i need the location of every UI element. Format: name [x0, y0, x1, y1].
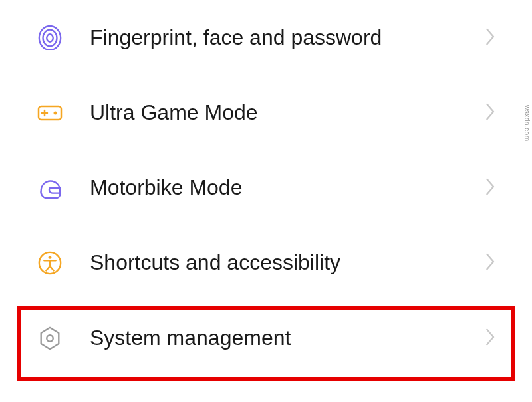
settings-item-shortcuts[interactable]: Shortcuts and accessibility	[0, 225, 532, 300]
svg-marker-13	[41, 327, 59, 348]
settings-item-label: Ultra Game Mode	[90, 100, 485, 125]
gamepad-icon	[37, 100, 63, 126]
chevron-right-icon	[485, 327, 499, 350]
accessibility-icon	[37, 250, 63, 276]
settings-item-motorbike[interactable]: Motorbike Mode	[0, 150, 532, 225]
settings-item-label: Motorbike Mode	[90, 175, 485, 200]
settings-item-label: Shortcuts and accessibility	[90, 251, 485, 275]
chevron-right-icon	[485, 102, 499, 124]
chevron-right-icon	[485, 27, 499, 49]
settings-item-label: Fingerprint, face and password	[90, 25, 485, 50]
gear-hex-icon	[37, 325, 63, 352]
helmet-icon	[37, 175, 63, 201]
svg-point-2	[47, 34, 53, 41]
svg-point-6	[54, 111, 57, 114]
fingerprint-icon	[37, 25, 63, 51]
svg-point-14	[47, 335, 53, 342]
chevron-right-icon	[485, 252, 499, 274]
settings-item-label: System management	[90, 326, 485, 350]
svg-line-11	[46, 266, 50, 270]
settings-item-ultra-game[interactable]: Ultra Game Mode	[0, 75, 532, 150]
settings-item-fingerprint[interactable]: Fingerprint, face and password	[0, 0, 532, 75]
settings-list: Fingerprint, face and password Ultra Gam…	[0, 0, 532, 375]
svg-line-12	[50, 266, 54, 270]
svg-point-8	[49, 256, 52, 259]
svg-point-1	[43, 29, 57, 46]
chevron-right-icon	[485, 177, 499, 199]
watermark: wsxdn.com	[523, 105, 531, 142]
settings-item-system[interactable]: System management	[0, 300, 532, 375]
